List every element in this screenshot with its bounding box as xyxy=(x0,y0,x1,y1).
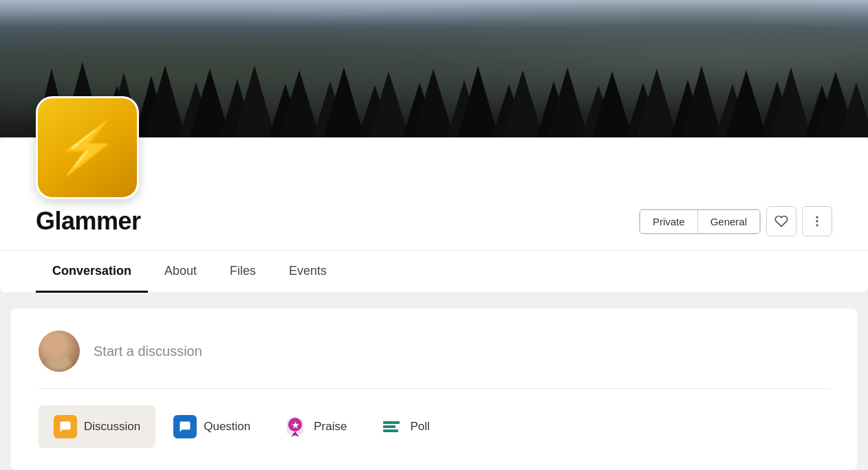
action-buttons: Discussion ? Question xyxy=(39,405,829,448)
tab-about[interactable]: About xyxy=(148,251,213,293)
discussion-icon xyxy=(54,415,77,438)
svg-text:?: ? xyxy=(184,423,188,430)
private-tag[interactable]: Private xyxy=(640,210,698,234)
discussion-placeholder[interactable]: Start a discussion xyxy=(94,344,829,359)
user-avatar xyxy=(39,331,80,372)
tab-events[interactable]: Events xyxy=(272,251,343,293)
discussion-card: Start a discussion Discussion xyxy=(11,309,857,470)
general-tag[interactable]: General xyxy=(698,210,760,234)
profile-logo: ⚡ xyxy=(36,96,139,199)
svg-rect-45 xyxy=(383,421,400,424)
svg-rect-46 xyxy=(383,425,395,428)
tab-conversation[interactable]: Conversation xyxy=(36,251,148,293)
poll-label: Poll xyxy=(410,420,429,434)
praise-label: Praise xyxy=(314,420,347,434)
praise-icon: ★ xyxy=(283,415,307,438)
question-icon: ? xyxy=(173,415,197,438)
praise-button[interactable]: ★ Praise xyxy=(268,405,362,448)
avatar-image xyxy=(39,331,80,372)
svg-point-41 xyxy=(816,224,818,226)
poll-icon xyxy=(380,415,403,438)
svg-rect-47 xyxy=(383,429,398,432)
ellipsis-icon xyxy=(810,214,824,228)
discussion-label: Discussion xyxy=(84,420,140,434)
profile-card: ⚡ Glammer Private General xyxy=(0,137,868,292)
lightning-icon: ⚡ xyxy=(53,123,122,172)
poll-button[interactable]: Poll xyxy=(365,405,444,448)
content-area: Start a discussion Discussion xyxy=(0,300,868,470)
heart-icon xyxy=(774,214,788,228)
profile-actions: Private General xyxy=(639,206,832,236)
tabs-bar: Conversation About Files Events xyxy=(0,250,868,292)
profile-name: Glammer xyxy=(36,207,141,236)
page-container: ✓ Joined ⚡ Glammer Private General xyxy=(0,0,868,470)
discussion-start: Start a discussion xyxy=(39,331,829,389)
discussion-button[interactable]: Discussion xyxy=(39,405,155,448)
svg-point-39 xyxy=(816,216,818,219)
svg-text:★: ★ xyxy=(292,421,299,430)
tab-files[interactable]: Files xyxy=(213,251,272,293)
favorite-button[interactable] xyxy=(766,206,796,236)
question-label: Question xyxy=(204,420,250,434)
more-options-button[interactable] xyxy=(802,206,832,236)
svg-point-40 xyxy=(816,220,818,222)
question-button[interactable]: ? Question xyxy=(158,405,265,448)
